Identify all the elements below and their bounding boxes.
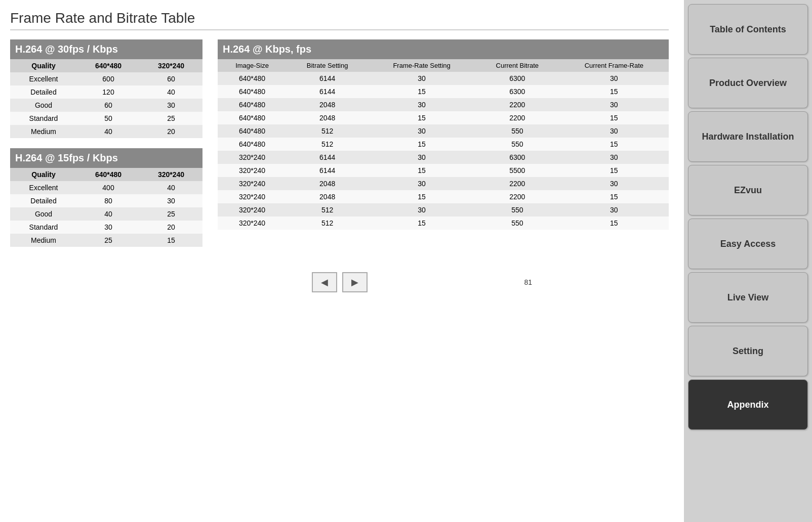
cell: 320*240 (218, 203, 287, 216)
cell: 6144 (287, 85, 368, 98)
col-header-bitrate-setting: Bitrate Setting (287, 59, 368, 72)
cell: Standard (10, 112, 77, 125)
cell: 30 (559, 203, 669, 216)
cell: 2048 (287, 111, 368, 124)
sidebar-item-live-view[interactable]: Live View (688, 272, 808, 323)
bottom-nav: ◀ ▶ (312, 272, 368, 292)
table-row: 320*240 6144 15 5500 15 (218, 164, 669, 177)
cell: 20 (140, 125, 202, 138)
sidebar-item-setting[interactable]: Setting (688, 326, 808, 376)
col-header-640: 640*480 (77, 59, 140, 72)
table-row: 320*240 512 30 550 30 (218, 203, 669, 216)
col-header-320: 320*240 (140, 168, 202, 181)
cell: 15 (368, 111, 475, 124)
cell: 60 (140, 72, 202, 85)
cell: 400 (77, 181, 140, 194)
cell: 15 (368, 164, 475, 177)
col-header-320: 320*240 (140, 59, 202, 72)
cell: 15 (559, 111, 669, 124)
cell: 640*480 (218, 124, 287, 138)
cell: 40 (77, 207, 140, 221)
sidebar-item-label: Table of Contents (710, 24, 786, 35)
sidebar-item-easy-access[interactable]: Easy Access (688, 219, 808, 269)
col-header-framerate-setting: Frame-Rate Setting (368, 59, 475, 72)
cell: 20 (140, 221, 202, 234)
table-row: 320*240 2048 15 2200 15 (218, 190, 669, 203)
cell: 30 (140, 194, 202, 207)
footer-row: ◀ ▶ 81 (10, 247, 669, 297)
sidebar-item-label: Setting (733, 346, 763, 357)
col-header-640: 640*480 (77, 168, 140, 181)
cell: 15 (559, 85, 669, 98)
sidebar-item-label: Appendix (727, 400, 768, 410)
cell: 550 (475, 124, 559, 138)
cell: 30 (559, 72, 669, 85)
cell: 2048 (287, 98, 368, 111)
col-header-image-size: Image-Size (218, 59, 287, 72)
next-button[interactable]: ▶ (342, 272, 368, 292)
cell: 550 (475, 216, 559, 230)
sidebar-item-appendix[interactable]: Appendix (688, 379, 808, 430)
cell: 2048 (287, 190, 368, 203)
table-row: 320*240 6144 30 6300 30 (218, 151, 669, 164)
cell: 5500 (475, 164, 559, 177)
cell: Detailed (10, 194, 77, 207)
sidebar-item-label: Live View (727, 292, 769, 303)
cell: 30 (368, 177, 475, 190)
table-row: Detailed 120 40 (10, 85, 202, 99)
cell: 6300 (475, 151, 559, 164)
col-header-current-framerate: Current Frame-Rate (559, 59, 669, 72)
table-row: 640*480 2048 30 2200 30 (218, 98, 669, 111)
cell: 320*240 (218, 216, 287, 230)
cell: Good (10, 207, 77, 221)
cell: 30 (559, 124, 669, 138)
prev-button[interactable]: ◀ (312, 272, 337, 292)
sidebar-item-table-of-contents[interactable]: Table of Contents (688, 4, 808, 55)
cell: 15 (559, 216, 669, 230)
cell: 30 (559, 177, 669, 190)
cell: 320*240 (218, 151, 287, 164)
cell: 15 (368, 138, 475, 151)
cell: 30 (368, 124, 475, 138)
cell: 25 (77, 234, 140, 247)
cell: 40 (140, 85, 202, 99)
cell: 30 (368, 203, 475, 216)
table-row: Excellent 600 60 (10, 72, 202, 85)
cell: 15 (559, 164, 669, 177)
cell: 640*480 (218, 72, 287, 85)
cell: 2200 (475, 177, 559, 190)
sidebar-item-hardware-installation[interactable]: Hardware Installation (688, 111, 808, 162)
main-content: Frame Rate and Bitrate Table H.264 @ 30f… (0, 0, 684, 522)
table-h264-15fps-data: Quality 640*480 320*240 Excellent 400 40… (10, 168, 202, 247)
sidebar-item-ezvuu[interactable]: EZvuu (688, 165, 808, 215)
table-row: 320*240 2048 30 2200 30 (218, 177, 669, 190)
cell: 60 (77, 99, 140, 112)
cell: 15 (559, 190, 669, 203)
sidebar-item-label: Easy Access (720, 239, 776, 249)
right-table-data: Image-Size Bitrate Setting Frame-Rate Se… (218, 59, 669, 230)
cell: 320*240 (218, 164, 287, 177)
cell: 15 (368, 85, 475, 98)
left-tables: H.264 @ 30fps / Kbps Quality 640*480 320… (10, 39, 202, 247)
cell: 512 (287, 124, 368, 138)
sidebar: Table of Contents Product Overview Hardw… (684, 0, 812, 522)
cell: Good (10, 99, 77, 112)
sidebar-item-product-overview[interactable]: Product Overview (688, 58, 808, 108)
col-header-quality: Quality (10, 168, 77, 181)
table-row: 640*480 512 15 550 15 (218, 138, 669, 151)
cell: 640*480 (218, 138, 287, 151)
cell: 30 (368, 72, 475, 85)
right-table: H.264 @ Kbps, fps Image-Size Bitrate Set… (218, 39, 669, 247)
cell: 30 (559, 98, 669, 111)
cell: 6144 (287, 72, 368, 85)
cell: 15 (368, 190, 475, 203)
cell: 30 (77, 221, 140, 234)
table-row: Good 40 25 (10, 207, 202, 221)
cell: 6144 (287, 164, 368, 177)
table-h264-30fps-title: H.264 @ 30fps / Kbps (10, 39, 202, 59)
cell: 640*480 (218, 85, 287, 98)
cell: 2048 (287, 177, 368, 190)
table-row: Detailed 80 30 (10, 194, 202, 207)
table-row: 320*240 512 15 550 15 (218, 216, 669, 230)
table-row: 640*480 6144 15 6300 15 (218, 85, 669, 98)
